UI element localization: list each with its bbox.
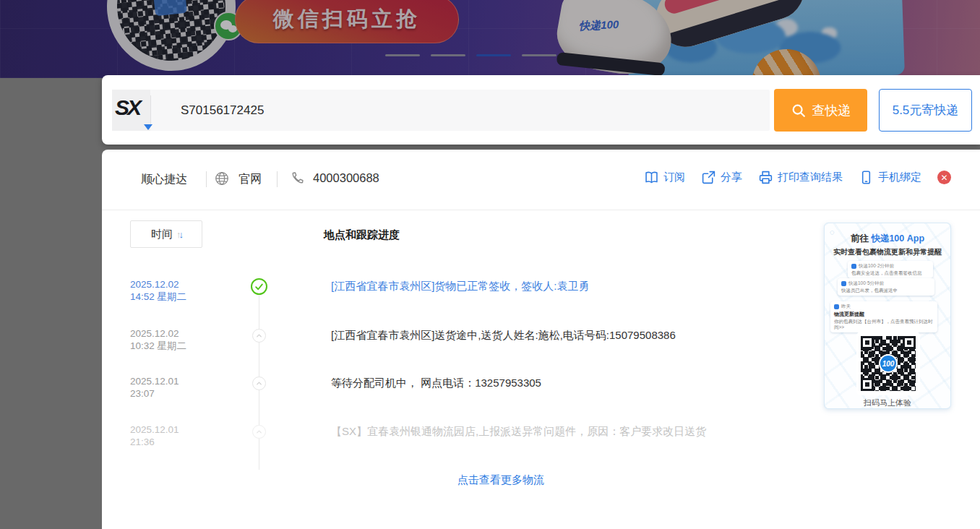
- sort-arrows-icon: ↑↓: [176, 229, 181, 240]
- promo-subtitle: 实时查看包裹物流更新和异常提醒: [825, 247, 950, 257]
- event-description: 等待分配司机中， 网点电话：13257953305: [331, 377, 808, 390]
- result-header: 顺心捷达 官网 4000300688: [102, 150, 980, 210]
- search-button[interactable]: 查快递: [774, 89, 867, 132]
- notification-body: 快递员已出发，包裹派送中: [841, 288, 931, 293]
- notification-header: 昨天: [834, 304, 934, 310]
- event-description: [江西省宜春市袁州区]货物已正常签收，签收人:袁卫勇: [331, 280, 808, 293]
- notification-preview: 快递100·2分钟前 包裹安全送达，点击查看签收信息: [848, 261, 933, 278]
- result-actions: 订阅 分享 打印查询结果: [644, 170, 951, 185]
- qr-finder: [861, 336, 874, 349]
- search-icon: [791, 103, 807, 119]
- event-description: 【SX】宜春袁州银通物流园店,上报派送异常问题件，原因：客户要求改日送货: [331, 425, 808, 439]
- carousel-indicators: [385, 54, 556, 56]
- carousel-dot[interactable]: [385, 54, 420, 56]
- delivered-check-icon: [251, 278, 267, 295]
- share-button[interactable]: 分享: [701, 170, 742, 185]
- app-icon: [841, 281, 846, 286]
- time-sort-button[interactable]: 时间 ↑↓: [130, 220, 202, 248]
- notification-body: 包裹安全送达，点击查看签收信息: [851, 270, 929, 276]
- subscribe-label: 订阅: [663, 171, 685, 184]
- qr-finder: [903, 336, 916, 349]
- courier-name: 顺心捷达: [141, 172, 187, 187]
- app-qr-code: 100: [856, 332, 920, 395]
- kuaidi100-logo-badge: 100: [879, 354, 898, 373]
- tracking-result-card: 顺心捷达 官网 4000300688: [102, 150, 980, 529]
- chevron-up-icon: [252, 329, 266, 343]
- carousel-dot[interactable]: [431, 54, 465, 56]
- chevron-down-icon[interactable]: [144, 124, 152, 130]
- mascot-cap-logo: 快递100: [579, 18, 619, 33]
- qr-finder: [861, 378, 874, 391]
- app-icon: [834, 304, 839, 309]
- promo-banner[interactable]: 微信扫码立抢 快递100: [0, 0, 980, 78]
- notification-title: 物流更新提醒: [834, 311, 934, 318]
- printer-icon: [758, 170, 773, 185]
- carousel-dot[interactable]: [522, 54, 556, 56]
- subscribe-button[interactable]: 订阅: [644, 170, 685, 185]
- banner-illustration: 快递100: [535, 0, 980, 78]
- tracking-input-bar: SX: [112, 90, 770, 131]
- ship-package-button[interactable]: 5.5元寄快递: [879, 89, 972, 132]
- app-name: 快递100 App: [871, 233, 924, 244]
- bind-phone-label: 手机绑定: [878, 171, 921, 184]
- notification-header: 快递100·2分钟前: [851, 263, 929, 270]
- timeline-column-title: 地点和跟踪进度: [324, 228, 400, 242]
- close-result-button[interactable]: ✕: [937, 171, 951, 184]
- courier-logo-sx: SX: [115, 95, 139, 120]
- notification-preview: 快递100·5分钟前 快递员已出发，包裹派送中: [838, 278, 934, 296]
- print-label: 打印查询结果: [778, 171, 843, 184]
- notification-header: 快递100·5分钟前: [841, 280, 931, 287]
- share-label: 分享: [721, 171, 742, 184]
- event-timestamp: 2025.12.02 14:52 星期二: [130, 278, 217, 303]
- event-description: [江西省宜春市袁州区]送货途中,送货人姓名:施松,电话号码:1507950838…: [331, 329, 808, 343]
- tracking-number-input[interactable]: [181, 90, 744, 131]
- bind-phone-button[interactable]: 手机绑定: [859, 170, 921, 185]
- share-icon: [701, 170, 716, 185]
- book-icon: [644, 170, 659, 185]
- event-timestamp: 2025.12.01 23:07: [130, 375, 217, 400]
- app-icon: [851, 264, 856, 269]
- smartphone-icon: [859, 170, 874, 185]
- app-promo-card[interactable]: ◌ 前往 快递100 App 实时查看包裹物流更新和异常提醒 快递100·2分钟…: [824, 223, 951, 409]
- globe-icon: [214, 171, 230, 189]
- search-card: SX 查快递 5.5元寄快递: [102, 75, 980, 145]
- carousel-dot-active[interactable]: [476, 54, 511, 56]
- notification-body: 你的包裹到达【台州市】，点击查看预计到达时间>>: [834, 319, 934, 330]
- chevron-up-icon: [252, 377, 266, 390]
- event-timestamp: 2025.12.01 21:36: [130, 423, 217, 448]
- event-timestamp: 2025.12.02 10:32 星期二: [130, 327, 217, 352]
- divider: [102, 210, 980, 210]
- chevron-up-icon: [252, 425, 266, 439]
- divider: [150, 95, 151, 125]
- print-button[interactable]: 打印查询结果: [758, 170, 843, 185]
- notification-preview: 昨天 物流更新提醒 你的包裹到达【台州市】，点击查看预计到达时间>>: [830, 301, 937, 332]
- page: 微信扫码立抢 快递100 SX: [0, 0, 980, 529]
- official-website-link[interactable]: 官网: [238, 172, 262, 187]
- sort-label: 时间: [151, 228, 173, 241]
- divider: [277, 171, 278, 187]
- phone-icon: [290, 171, 305, 189]
- view-more-logistics-link[interactable]: 点击查看更多物流: [403, 473, 598, 487]
- divider: [206, 171, 207, 187]
- search-button-label: 查快递: [812, 102, 851, 119]
- promo-title: 前往 快递100 App: [825, 233, 950, 245]
- courier-hotline[interactable]: 4000300688: [313, 171, 379, 185]
- qr-caption: 扫码马上体验: [825, 397, 950, 408]
- wechat-scan-button[interactable]: 微信扫码立抢: [235, 0, 459, 43]
